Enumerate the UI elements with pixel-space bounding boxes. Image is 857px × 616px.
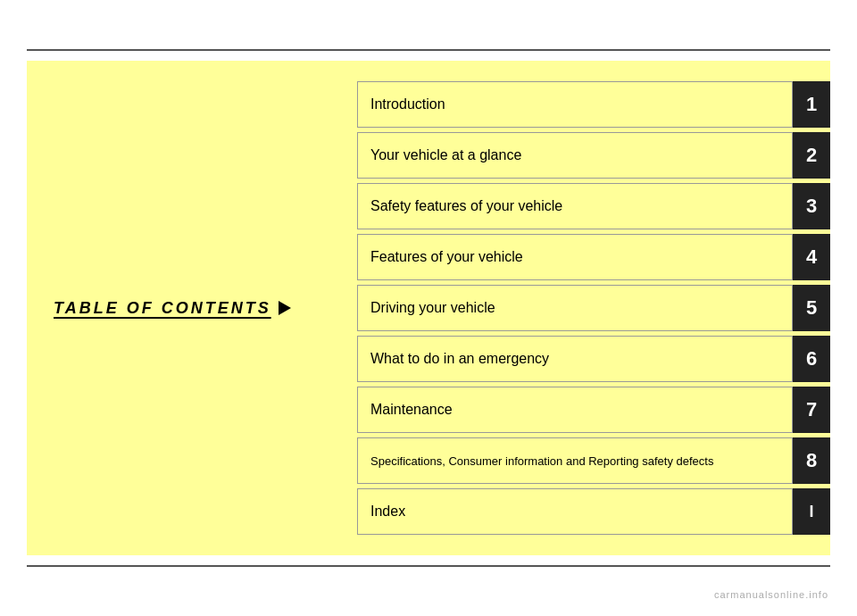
toc-item-number: 5 — [793, 285, 830, 331]
toc-item-number: 7 — [793, 387, 830, 433]
title-block: TABLE OF CONTENTS — [54, 299, 291, 318]
table-row[interactable]: Specifications, Consumer information and… — [357, 437, 830, 484]
toc-item-number: 2 — [793, 132, 830, 179]
bottom-divider — [27, 565, 830, 567]
toc-item-label: Index — [357, 488, 793, 535]
toc-item-label: Driving your vehicle — [357, 285, 793, 331]
toc-item-number: 4 — [793, 234, 830, 280]
top-divider — [27, 49, 830, 51]
toc-item-number: I — [793, 488, 830, 535]
toc-item-number: 6 — [793, 336, 830, 382]
table-row[interactable]: Your vehicle at a glance2 — [357, 132, 830, 179]
toc-item-label: Introduction — [357, 81, 793, 128]
toc-item-label: Safety features of your vehicle — [357, 183, 793, 229]
watermark: carmanualsonline.info — [714, 589, 828, 600]
main-container: TABLE OF CONTENTS Introduction1Your vehi… — [27, 61, 830, 555]
toc-item-number: 3 — [793, 183, 830, 229]
table-row[interactable]: Safety features of your vehicle3 — [357, 183, 830, 229]
table-row[interactable]: Introduction1 — [357, 81, 830, 128]
table-row[interactable]: Maintenance7 — [357, 387, 830, 433]
toc-item-label: Specifications, Consumer information and… — [357, 437, 793, 484]
toc-item-label: Maintenance — [357, 387, 793, 433]
toc-item-label: Features of your vehicle — [357, 234, 793, 280]
toc-item-label: Your vehicle at a glance — [357, 132, 793, 179]
table-row[interactable]: IndexI — [357, 488, 830, 535]
table-row[interactable]: Driving your vehicle5 — [357, 285, 830, 331]
left-panel: TABLE OF CONTENTS — [27, 61, 348, 555]
toc-title: TABLE OF CONTENTS — [54, 299, 271, 318]
table-row[interactable]: What to do in an emergency6 — [357, 336, 830, 382]
title-arrow-icon — [279, 301, 291, 315]
toc-item-label: What to do in an emergency — [357, 336, 793, 382]
toc-item-number: 8 — [793, 437, 830, 484]
toc-item-number: 1 — [793, 81, 830, 128]
table-row[interactable]: Features of your vehicle4 — [357, 234, 830, 280]
toc-list: Introduction1Your vehicle at a glance2Sa… — [348, 61, 830, 555]
